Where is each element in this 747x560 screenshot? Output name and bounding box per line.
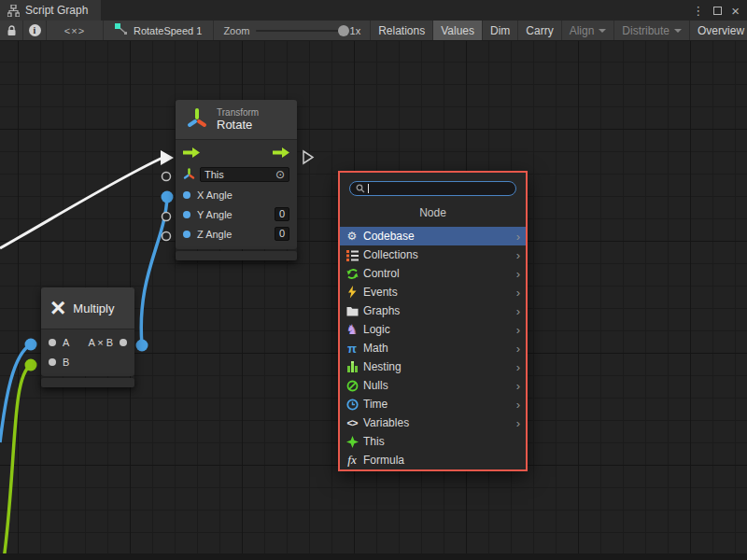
distribute-label: Distribute bbox=[622, 24, 669, 37]
finder-item-codebase[interactable]: ⚙ Codebase › bbox=[340, 227, 526, 245]
wire-endpoint[interactable] bbox=[162, 191, 174, 203]
chevron-right-icon: › bbox=[516, 380, 520, 392]
finder-item-events[interactable]: Events › bbox=[340, 283, 526, 301]
list-icon bbox=[345, 248, 359, 262]
values-label: Values bbox=[441, 24, 474, 37]
window-controls: ⋮ × bbox=[692, 0, 747, 21]
node-multiply[interactable]: × Multiply A A × B B bbox=[41, 287, 134, 387]
zoom-control: Zoom 1x bbox=[214, 21, 371, 40]
x-angle-label: X Angle bbox=[197, 189, 289, 201]
folder-icon bbox=[345, 304, 359, 318]
menu-kebab-icon[interactable]: ⋮ bbox=[692, 5, 704, 17]
finder-search-area bbox=[340, 173, 526, 200]
this-object-field[interactable]: This ⊙ bbox=[200, 167, 289, 182]
overview-button[interactable]: Overview bbox=[690, 21, 747, 40]
finder-item-collections[interactable]: Collections › bbox=[340, 245, 526, 264]
finder-item-graphs[interactable]: Graphs › bbox=[340, 301, 526, 320]
b-label: B bbox=[63, 357, 69, 368]
b-port[interactable] bbox=[49, 358, 56, 366]
x-angle-row: X Angle bbox=[176, 185, 297, 204]
flow-continue-triangle-icon bbox=[303, 151, 313, 163]
rotate-node-body: This ⊙ X Angle Y Angle 0 Z Angle 0 bbox=[176, 140, 297, 249]
graph-toolbar: i <×> RotateSpeed 1 Zoom 1x Relations Va… bbox=[0, 21, 747, 41]
info-button[interactable]: i bbox=[23, 21, 47, 40]
item-label: Time bbox=[363, 398, 513, 411]
knight-icon: ♞ bbox=[345, 323, 359, 337]
search-box[interactable] bbox=[349, 181, 516, 196]
b-row: B bbox=[41, 352, 134, 371]
fuzzy-finder-popup: Node ⚙ Codebase › Collections bbox=[338, 171, 528, 471]
gear-icon: ⚙ bbox=[345, 230, 359, 244]
align-dropdown[interactable]: Align bbox=[562, 21, 615, 40]
carry-button[interactable]: Carry bbox=[518, 21, 561, 40]
clock-icon bbox=[345, 398, 359, 412]
z-angle-value-field[interactable]: 0 bbox=[275, 227, 289, 241]
zoom-slider-handle[interactable] bbox=[338, 25, 349, 36]
zoom-slider[interactable] bbox=[256, 30, 345, 32]
node-transform-rotate[interactable]: Transform Rotate bbox=[176, 100, 297, 260]
chevron-down-icon bbox=[674, 29, 682, 33]
search-input[interactable] bbox=[372, 183, 510, 194]
flow-output-port[interactable] bbox=[273, 147, 289, 160]
z-angle-label: Z Angle bbox=[197, 229, 268, 240]
unconnected-port-this[interactable] bbox=[162, 173, 171, 181]
z-angle-port[interactable] bbox=[183, 231, 190, 238]
angle-brackets-icon: <> bbox=[345, 416, 359, 430]
close-icon[interactable]: × bbox=[731, 4, 740, 18]
flow-input-port[interactable] bbox=[183, 147, 200, 160]
flow-port-row bbox=[176, 140, 297, 164]
search-icon bbox=[356, 180, 365, 197]
unconnected-port-yangle[interactable] bbox=[162, 213, 171, 221]
this-port-row: This ⊙ bbox=[176, 164, 297, 185]
wire-endpoint[interactable] bbox=[136, 340, 148, 352]
relations-button[interactable]: Relations bbox=[371, 21, 433, 40]
distribute-dropdown[interactable]: Distribute bbox=[614, 21, 690, 40]
chevron-down-icon bbox=[599, 29, 606, 33]
finder-item-formula[interactable]: fx Formula bbox=[340, 451, 526, 469]
maximize-icon[interactable] bbox=[713, 7, 722, 15]
code-view-button[interactable]: <×> bbox=[47, 21, 104, 40]
graph-root-button[interactable]: RotateSpeed 1 bbox=[104, 21, 214, 40]
formula-icon: fx bbox=[345, 454, 359, 468]
rotate-node-header[interactable]: Transform Rotate bbox=[176, 100, 297, 140]
item-label: Nulls bbox=[363, 379, 513, 392]
flow-wire[interactable] bbox=[0, 158, 162, 248]
graph-canvas[interactable]: Transform Rotate bbox=[0, 41, 747, 560]
tab-script-graph[interactable]: Script Graph bbox=[0, 0, 101, 21]
this-star-icon bbox=[345, 435, 359, 449]
item-label: Control bbox=[363, 267, 513, 280]
finder-item-nulls[interactable]: Nulls › bbox=[340, 376, 526, 395]
dim-button[interactable]: Dim bbox=[483, 21, 518, 40]
y-angle-port[interactable] bbox=[183, 211, 190, 218]
finder-item-math[interactable]: π Math › bbox=[340, 339, 526, 357]
visual-scripting-window: Script Graph ⋮ × i <×> bbox=[0, 0, 747, 560]
finder-item-this[interactable]: This bbox=[340, 432, 526, 451]
zoom-label: Zoom bbox=[223, 25, 249, 36]
result-port[interactable] bbox=[120, 339, 127, 346]
values-button[interactable]: Values bbox=[433, 21, 483, 40]
finder-item-control[interactable]: Control › bbox=[340, 264, 526, 283]
object-picker-icon[interactable]: ⊙ bbox=[275, 169, 285, 180]
chevron-right-icon: › bbox=[516, 287, 520, 299]
transform-gizmo-icon bbox=[185, 106, 209, 133]
wire-endpoint[interactable] bbox=[25, 359, 37, 371]
wire-endpoint[interactable] bbox=[25, 339, 37, 351]
lock-button[interactable] bbox=[0, 21, 23, 40]
z-angle-row: Z Angle 0 bbox=[176, 224, 297, 244]
finder-item-time[interactable]: Time › bbox=[340, 395, 526, 413]
finder-item-variables[interactable]: <> Variables › bbox=[340, 413, 526, 432]
chevron-right-icon: › bbox=[516, 324, 520, 336]
finder-item-nesting[interactable]: Nesting › bbox=[340, 357, 526, 376]
node-category: Transform bbox=[217, 107, 259, 118]
a-port[interactable] bbox=[49, 339, 56, 346]
item-label: Collections bbox=[363, 248, 513, 261]
unconnected-port-zangle[interactable] bbox=[162, 232, 171, 241]
x-angle-port[interactable] bbox=[183, 191, 190, 199]
graph-hierarchy-icon bbox=[7, 5, 20, 17]
y-angle-value-field[interactable]: 0 bbox=[275, 207, 289, 221]
finder-item-logic[interactable]: ♞ Logic › bbox=[340, 320, 526, 339]
multiply-node-header[interactable]: × Multiply bbox=[41, 287, 134, 329]
canvas-bottom-edge bbox=[0, 553, 747, 560]
tab-bar: Script Graph ⋮ × bbox=[0, 0, 747, 21]
item-label: This bbox=[363, 435, 520, 448]
